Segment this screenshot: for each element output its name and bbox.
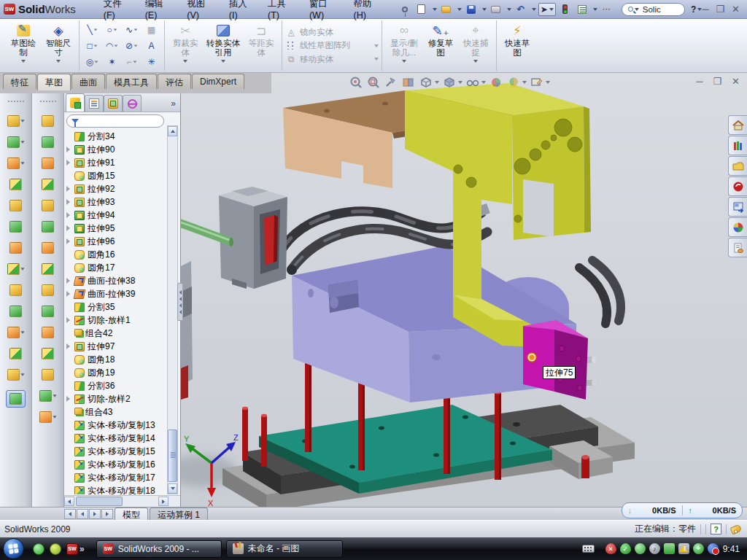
- tree-item-圆角17[interactable]: 圆角17: [64, 261, 166, 274]
- tree-item-切除-放样2[interactable]: 切除-放样2: [64, 392, 166, 405]
- arc-caret-icon[interactable]: [115, 44, 118, 47]
- quicklaunch-solidworks-icon[interactable]: SW: [66, 543, 78, 555]
- expander-icon[interactable]: [66, 199, 74, 205]
- open-caret-icon[interactable]: [457, 8, 462, 11]
- pattern-caret-icon[interactable]: [374, 44, 379, 47]
- linear-pattern-caret-icon[interactable]: [20, 268, 24, 270]
- search-input[interactable]: Solic: [622, 3, 685, 16]
- surfaces-trim-surface-button[interactable]: [42, 369, 54, 381]
- display-style-icon[interactable]: [442, 75, 462, 90]
- zoom-to-area-icon[interactable]: [366, 75, 381, 90]
- surfaces-replace-face-button[interactable]: [42, 327, 54, 338]
- tree-horizontal-scrollbar[interactable]: [64, 495, 180, 507]
- expander-icon[interactable]: [66, 186, 74, 192]
- tree-item-切除-放样1[interactable]: 切除-放样1: [64, 314, 166, 327]
- features-instant3d-button[interactable]: [6, 390, 26, 408]
- tree-item-圆角15[interactable]: 圆角15: [64, 169, 166, 182]
- reference-geometry-2-caret-icon[interactable]: [53, 394, 56, 397]
- extruded-boss-base-caret-icon[interactable]: [20, 120, 24, 122]
- scroll-left-button[interactable]: [64, 497, 74, 506]
- menu-item-2[interactable]: 视图(V): [179, 0, 222, 23]
- surfaces-offset-surface-button[interactable]: [42, 263, 54, 275]
- tree-item-圆角18[interactable]: 圆角18: [64, 353, 166, 366]
- sketch-entity-line[interactable]: ╲: [82, 22, 102, 38]
- sketch-entity-polygon[interactable]: ✶: [102, 54, 122, 70]
- curve-caret-icon[interactable]: [20, 373, 24, 376]
- section-view-icon[interactable]: [401, 75, 416, 90]
- move-caret-icon[interactable]: [374, 58, 379, 61]
- print-button[interactable]: [489, 3, 503, 16]
- tree-item-曲面-拉伸39[interactable]: 曲面-拉伸39: [64, 287, 166, 300]
- smart-dimension-caret-icon[interactable]: [56, 60, 61, 63]
- tray-security-red-icon[interactable]: ×: [605, 543, 616, 554]
- previous-button[interactable]: [77, 509, 88, 519]
- ribbon-tab-3[interactable]: 模具工具: [106, 74, 157, 89]
- ribbon-tab-4[interactable]: 评估: [158, 74, 191, 89]
- expander-icon[interactable]: [66, 160, 74, 166]
- smart-dimension-button[interactable]: ◈ 智能尺寸: [41, 20, 76, 71]
- tree-item-曲面-拉伸38[interactable]: 曲面-拉伸38: [64, 274, 166, 287]
- undo-button[interactable]: ↶: [514, 3, 528, 16]
- tray-warning-icon[interactable]: [678, 543, 689, 554]
- tags-icon[interactable]: [730, 524, 743, 534]
- surfaces-revolved-surface-button[interactable]: [42, 136, 54, 148]
- start-button[interactable]: [3, 538, 24, 559]
- motion-tab-1[interactable]: 运动算例 1: [150, 508, 208, 520]
- menu-item-5[interactable]: 窗口(W): [302, 0, 347, 23]
- linear-sketch-pattern-button[interactable]: 线性草图阵列: [285, 40, 379, 52]
- tree-filter-box[interactable]: [66, 114, 164, 128]
- open-button[interactable]: [439, 3, 454, 16]
- features-shell-button[interactable]: [9, 200, 22, 211]
- menu-item-1[interactable]: 编辑(E): [138, 0, 180, 23]
- menu-item-3[interactable]: 插入(I): [222, 0, 260, 23]
- motion-tab-0[interactable]: 模型: [115, 508, 148, 520]
- surfaces-filled-surface-button[interactable]: [42, 221, 54, 233]
- trim-entities-button[interactable]: ✂ 剪裁实体: [168, 20, 203, 71]
- zoom-to-fit-icon[interactable]: [349, 75, 363, 90]
- quick-launch-overflow-chevron[interactable]: »: [80, 544, 85, 554]
- quicklaunch-media-player-icon[interactable]: [50, 543, 61, 555]
- tray-shield-green-icon[interactable]: ✓: [620, 543, 631, 554]
- close-button[interactable]: ✕: [732, 4, 740, 14]
- move-entities-button[interactable]: ⧉ 移动实体: [285, 54, 379, 65]
- tree-item-拉伸95[interactable]: 拉伸95: [64, 222, 166, 235]
- undo-caret-icon[interactable]: [532, 8, 536, 11]
- menu-item-0[interactable]: 文件(F): [96, 0, 138, 23]
- mirror-entities-button[interactable]: ◬ 镜向实体: [285, 27, 379, 38]
- tree-item-实体-移动/复制17[interactable]: 实体-移动/复制17: [64, 471, 166, 484]
- features-revolved-boss-base-button[interactable]: [7, 136, 25, 148]
- tree-item-组合42[interactable]: 组合42: [64, 327, 166, 340]
- view-orientation-icon[interactable]: [419, 75, 439, 90]
- restore-button[interactable]: ❒: [716, 4, 724, 14]
- fillet-caret-icon[interactable]: [20, 162, 24, 164]
- circle-caret-icon[interactable]: [113, 28, 117, 31]
- features-linear-pattern-button[interactable]: [7, 263, 25, 275]
- taskpane-view-palette-tab[interactable]: [728, 197, 747, 217]
- sketch-entity-spline[interactable]: ∿: [122, 22, 142, 38]
- features-curve-button[interactable]: [7, 369, 25, 381]
- expander-icon[interactable]: [66, 238, 74, 244]
- quick-tips-icon[interactable]: ?: [711, 524, 721, 534]
- expander-icon[interactable]: [66, 212, 74, 218]
- apply-scene-caret-icon[interactable]: [522, 81, 527, 84]
- tree-item-拉伸91[interactable]: 拉伸91: [64, 156, 166, 169]
- repair-sketch-button[interactable]: ✎₊ 修复草图: [423, 20, 458, 71]
- go-to-end-button[interactable]: [101, 509, 113, 519]
- edit-appearance-icon[interactable]: [489, 75, 503, 90]
- new-document-button[interactable]: [414, 3, 429, 16]
- help-button[interactable]: ?: [691, 4, 702, 15]
- graphics-viewport[interactable]: Y Z X ─ ❒ ✕ 拉伸75: [181, 73, 747, 507]
- display-delete-relations-button[interactable]: ∞ 显示/删除几...: [385, 20, 423, 71]
- offset-entities-button[interactable]: ⊐ 等距实体: [244, 20, 279, 71]
- sketch-caret-icon[interactable]: [21, 60, 26, 63]
- tree-item-拉伸96[interactable]: 拉伸96: [64, 235, 166, 248]
- menu-item-4[interactable]: 工具(T): [260, 0, 302, 23]
- magnified-selection-icon[interactable]: [384, 75, 398, 90]
- hide-show-items-caret-icon[interactable]: [481, 81, 486, 84]
- ribbon-tab-2[interactable]: 曲面: [71, 74, 105, 89]
- tree-vertical-scrollbar[interactable]: [167, 125, 178, 494]
- move-copy-body-caret-icon[interactable]: [20, 331, 24, 333]
- panel-splitter-handle[interactable]: [177, 283, 183, 321]
- search-value[interactable]: Solic: [643, 5, 661, 14]
- surfaces-reference-geometry-2-button[interactable]: [39, 390, 57, 402]
